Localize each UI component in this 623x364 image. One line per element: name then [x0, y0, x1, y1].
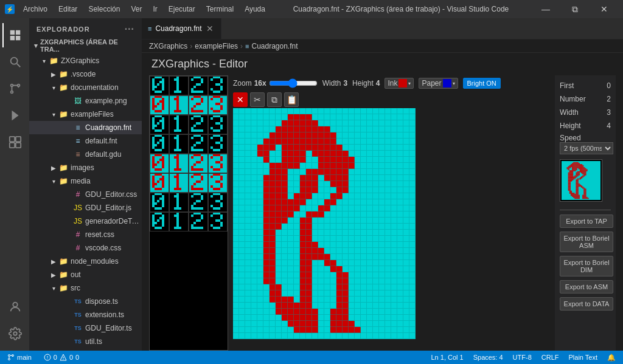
pixel-cell[interactable] [330, 309, 336, 315]
pixel-cell[interactable] [233, 254, 239, 260]
pixel-cell[interactable] [379, 132, 385, 139]
pixel-cell[interactable] [355, 236, 361, 242]
pixel-cell[interactable] [391, 157, 397, 163]
pixel-cell[interactable] [294, 303, 300, 309]
status-eol[interactable]: CRLF [539, 354, 562, 362]
pixel-cell[interactable] [361, 278, 367, 284]
pixel-cell[interactable] [318, 309, 324, 315]
pixel-cell[interactable] [306, 278, 312, 284]
pixel-cell[interactable] [233, 224, 239, 230]
pixel-cell[interactable] [270, 199, 276, 205]
pixel-cell[interactable] [409, 260, 416, 266]
pixel-cell[interactable] [270, 309, 276, 315]
pixel-cell[interactable] [239, 236, 245, 242]
pixel-cell[interactable] [257, 266, 263, 272]
pixel-cell[interactable] [233, 278, 239, 284]
pixel-cell[interactable] [367, 230, 373, 236]
pixel-cell[interactable] [300, 205, 306, 211]
pixel-cell[interactable] [306, 321, 312, 327]
pixel-cell[interactable] [233, 169, 239, 175]
sprite-tile[interactable] [208, 154, 228, 173]
pixel-cell[interactable] [361, 132, 367, 139]
pixel-cell[interactable] [336, 242, 343, 248]
pixel-cell[interactable] [403, 309, 409, 315]
pixel-cell[interactable] [257, 145, 263, 151]
pixel-cell[interactable] [263, 157, 270, 163]
pixel-cell[interactable] [385, 120, 391, 126]
pixel-cell[interactable] [385, 242, 391, 248]
pixel-cell[interactable] [373, 333, 379, 339]
pixel-cell[interactable] [257, 333, 263, 339]
pixel-cell[interactable] [251, 139, 257, 145]
sprite-tile[interactable] [189, 134, 208, 154]
pixel-cell[interactable] [324, 315, 330, 321]
pixel-cell[interactable] [349, 193, 355, 199]
pixel-cell[interactable] [409, 126, 416, 132]
pixel-cell[interactable] [324, 254, 330, 260]
pixel-cell[interactable] [343, 266, 349, 272]
pixel-cell[interactable] [233, 175, 239, 181]
pixel-cell[interactable] [245, 272, 251, 278]
pixel-cell[interactable] [373, 297, 379, 303]
pixel-cell[interactable] [318, 272, 324, 278]
pixel-cell[interactable] [397, 278, 403, 284]
pixel-cell[interactable] [251, 187, 257, 193]
pixel-cell[interactable] [294, 236, 300, 242]
pixel-cell[interactable] [257, 126, 263, 132]
pixel-cell[interactable] [385, 327, 391, 333]
pixel-cell[interactable] [343, 236, 349, 242]
pixel-cell[interactable] [403, 139, 409, 145]
pixel-cell[interactable] [282, 218, 288, 224]
pixel-cell[interactable] [391, 199, 397, 205]
pixel-cell[interactable] [379, 211, 385, 218]
pixel-cell[interactable] [403, 205, 409, 211]
pixel-cell[interactable] [343, 327, 349, 333]
tree-item-default-fnt[interactable]: ▶ ≡ default.fnt [29, 134, 142, 148]
pixel-cell[interactable] [409, 230, 416, 236]
pixel-cell[interactable] [263, 126, 270, 132]
pixel-cell[interactable] [233, 284, 239, 290]
pixel-cell[interactable] [318, 181, 324, 187]
pixel-cell[interactable] [403, 187, 409, 193]
pixel-cell[interactable] [294, 218, 300, 224]
pixel-cell[interactable] [385, 139, 391, 145]
pixel-cell[interactable] [324, 193, 330, 199]
paste-tool-button[interactable]: 📋 [284, 92, 299, 107]
pixel-cell[interactable] [336, 248, 343, 254]
pixel-cell[interactable] [343, 211, 349, 218]
pixel-cell[interactable] [245, 327, 251, 333]
pixel-cell[interactable] [263, 260, 270, 266]
pixel-cell[interactable] [367, 145, 373, 151]
sprite-tile[interactable] [208, 212, 228, 232]
pixel-cell[interactable] [391, 278, 397, 284]
sprite-tile[interactable] [189, 115, 208, 134]
pixel-cell[interactable] [336, 290, 343, 297]
pixel-cell[interactable] [318, 132, 324, 139]
pixel-cell[interactable] [373, 163, 379, 169]
pixel-cell[interactable] [379, 327, 385, 333]
pixel-cell[interactable] [239, 224, 245, 230]
pixel-cell[interactable] [355, 211, 361, 218]
pixel-cell[interactable] [373, 224, 379, 230]
pixel-cell[interactable] [233, 120, 239, 126]
pixel-cell[interactable] [361, 321, 367, 327]
pixel-cell[interactable] [312, 120, 318, 126]
pixel-cell[interactable] [251, 151, 257, 157]
pixel-cell[interactable] [270, 181, 276, 187]
pixel-cell[interactable] [239, 242, 245, 248]
pixel-cell[interactable] [251, 315, 257, 321]
pixel-cell[interactable] [282, 303, 288, 309]
pixel-cell[interactable] [245, 260, 251, 266]
tree-item-cuadragon-fnt[interactable]: ▶ ≡ Cuadragon.fnt [29, 121, 142, 134]
pixel-cell[interactable] [343, 297, 349, 303]
pixel-cell[interactable] [343, 309, 349, 315]
pixel-cell[interactable] [336, 193, 343, 199]
pixel-cell[interactable] [306, 290, 312, 297]
pixel-cell[interactable] [373, 230, 379, 236]
pixel-cell[interactable] [409, 284, 416, 290]
pixel-cell[interactable] [282, 199, 288, 205]
pixel-cell[interactable] [343, 169, 349, 175]
pixel-cell[interactable] [318, 163, 324, 169]
pixel-cell[interactable] [288, 211, 294, 218]
pixel-cell[interactable] [403, 175, 409, 181]
